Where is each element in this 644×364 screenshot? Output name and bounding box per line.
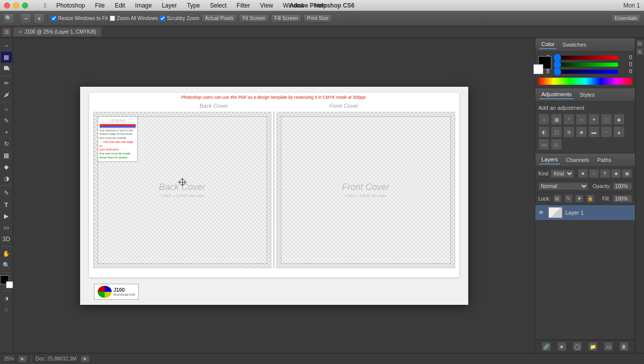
tab-close[interactable]: ✕ xyxy=(19,30,23,35)
tab-channels[interactable]: Channels xyxy=(564,156,591,164)
crop-tool[interactable]: ✏ xyxy=(1,78,12,89)
tab-layers[interactable]: Layers xyxy=(539,155,560,164)
fg-bg-colors[interactable] xyxy=(0,275,13,288)
kind-select[interactable]: Kind xyxy=(550,169,574,178)
menu-edit[interactable]: Edit xyxy=(111,1,129,10)
lasso-tool[interactable]: ⛟ xyxy=(1,63,12,74)
lock-transparent-btn[interactable]: ▤ xyxy=(553,195,561,203)
color-lookup-adj[interactable]: ■ xyxy=(576,126,587,137)
dodge-tool[interactable]: ◑ xyxy=(1,173,12,184)
gradient-tool[interactable]: ◆ xyxy=(1,161,12,172)
brush-tool[interactable]: ✎ xyxy=(1,115,12,126)
opacity-input[interactable] xyxy=(613,183,632,190)
new-layer-btn[interactable]: ▭ xyxy=(604,342,613,351)
zoom-out-icon[interactable]: − xyxy=(21,13,32,24)
hue-sat-adj[interactable]: ◌ xyxy=(601,114,612,125)
panel-toggle[interactable]: ☰ xyxy=(2,28,11,37)
menu-file[interactable]: File xyxy=(91,1,109,10)
print-size-button[interactable]: Print Size xyxy=(303,14,332,23)
selective-color-adj[interactable]: ◇ xyxy=(551,139,562,150)
close-button[interactable] xyxy=(4,3,10,9)
move-tool[interactable]: → xyxy=(1,40,12,51)
menu-select[interactable]: Select xyxy=(206,1,230,10)
tab-color[interactable]: Color xyxy=(539,40,556,49)
menu-view[interactable]: View xyxy=(256,1,277,10)
eraser-tool[interactable]: ▩ xyxy=(1,150,12,161)
zoom-all-checkbox[interactable]: Zoom All Windows xyxy=(110,16,158,21)
text-tool[interactable]: T xyxy=(1,199,12,210)
path-select-tool[interactable]: ▶ xyxy=(1,211,12,222)
clone-tool[interactable]: ⚬ xyxy=(1,127,12,138)
menu-apple[interactable]:  xyxy=(40,1,50,10)
3d-tool[interactable]: 3D xyxy=(1,234,12,245)
lock-position-btn[interactable]: ✚ xyxy=(575,195,583,203)
document-tab[interactable]: ✕ J100 @ 25% (Layer 1, CMYK/8) xyxy=(13,27,102,37)
lock-all-btn[interactable]: 🔒 xyxy=(586,195,594,203)
background-swatch[interactable] xyxy=(533,64,543,74)
menu-photoshop[interactable]: Photoshop xyxy=(52,1,89,10)
actions-btn[interactable]: A xyxy=(636,48,643,55)
menu-image[interactable]: Image xyxy=(131,1,156,10)
tab-adjustments[interactable]: Adjustments xyxy=(539,90,574,99)
zoom-nav-btn[interactable]: ▶ xyxy=(18,355,27,362)
fill-input[interactable] xyxy=(613,195,632,203)
posterize-adj[interactable]: ▫ xyxy=(601,126,612,137)
levels-adj[interactable]: ▩ xyxy=(551,114,562,125)
hand-tool[interactable]: ✋ xyxy=(1,248,12,259)
add-mask-btn[interactable]: ◯ xyxy=(573,342,582,351)
spot-heal-tool[interactable]: ○ xyxy=(1,104,12,115)
brightness-adj[interactable]: ☼ xyxy=(538,114,549,125)
gradient-map-adj[interactable]: ▭ xyxy=(538,139,549,150)
menu-layer[interactable]: Layer xyxy=(158,1,181,10)
threshold-adj[interactable]: ▲ xyxy=(613,126,624,137)
vibrance-adj[interactable]: ✦ xyxy=(588,114,599,125)
kind-type-btn[interactable]: T xyxy=(600,169,610,178)
minimize-button[interactable] xyxy=(13,3,19,9)
kind-shape-btn[interactable]: ◆ xyxy=(611,169,621,178)
resize-windows-checkbox[interactable]: Resize Windows to Fit xyxy=(51,16,108,21)
lock-paint-btn[interactable]: ✎ xyxy=(564,195,572,203)
exposure-adj[interactable]: ○ xyxy=(576,114,587,125)
pen-tool[interactable]: ✎ xyxy=(1,188,12,199)
menu-type[interactable]: Type xyxy=(183,1,204,10)
color-bal-adj[interactable]: ◆ xyxy=(613,114,624,125)
add-style-btn[interactable]: ★ xyxy=(557,342,566,351)
link-layers-btn[interactable]: 🔗 xyxy=(542,342,551,351)
history-btn[interactable]: H xyxy=(636,40,643,47)
r-slider[interactable] xyxy=(553,56,618,60)
search-icon[interactable]: 🔍 xyxy=(3,13,14,24)
layer-1-item[interactable]: 👁 Layer 1 xyxy=(535,205,635,221)
curves-adj[interactable]: 〃 xyxy=(563,114,574,125)
scrubby-zoom-checkbox[interactable]: Scrubby Zoom xyxy=(160,16,199,21)
photo-filter-adj[interactable]: ▢ xyxy=(551,126,562,137)
kind-smart-btn[interactable]: ▣ xyxy=(622,169,632,178)
channel-mix-adj[interactable]: ⊕ xyxy=(563,126,574,137)
kind-adjust-btn[interactable]: ○ xyxy=(589,169,599,178)
fill-screen-button[interactable]: Fill Screen xyxy=(271,14,301,23)
fit-screen-button[interactable]: Fit Screen xyxy=(239,14,269,23)
kind-pixel-btn[interactable]: ■ xyxy=(578,169,588,178)
delete-layer-btn[interactable]: 🗑 xyxy=(619,342,628,351)
color-spectrum[interactable] xyxy=(538,78,632,85)
history-brush[interactable]: ↻ xyxy=(1,138,12,149)
selection-tool[interactable]: ▦ xyxy=(1,52,12,63)
g-slider[interactable] xyxy=(553,63,618,67)
tab-paths[interactable]: Paths xyxy=(595,156,613,164)
tab-swatches[interactable]: Swatches xyxy=(560,41,588,49)
quick-mask[interactable]: ◑ xyxy=(1,293,12,304)
maximize-button[interactable] xyxy=(22,3,28,9)
invert-adj[interactable]: ▬ xyxy=(588,126,599,137)
screen-mode[interactable]: □ xyxy=(1,304,12,315)
blend-mode-select[interactable]: Normal xyxy=(538,183,588,190)
doc-info-btn[interactable]: ▶ xyxy=(81,355,90,362)
tab-styles[interactable]: Styles xyxy=(578,91,597,99)
zoom-tool[interactable]: 🔍 xyxy=(1,260,12,271)
layer-visibility-icon[interactable]: 👁 xyxy=(538,210,545,216)
eyedropper-tool[interactable]: 🌶 xyxy=(1,89,12,100)
actual-pixels-button[interactable]: Actual Pixels xyxy=(201,14,237,23)
menu-window[interactable]: Window xyxy=(279,1,308,10)
essentials-button[interactable]: Essentials xyxy=(611,14,641,23)
b-slider[interactable] xyxy=(553,70,618,74)
rectangle-tool[interactable]: ▭ xyxy=(1,222,12,233)
menu-filter[interactable]: Filter xyxy=(233,1,254,10)
